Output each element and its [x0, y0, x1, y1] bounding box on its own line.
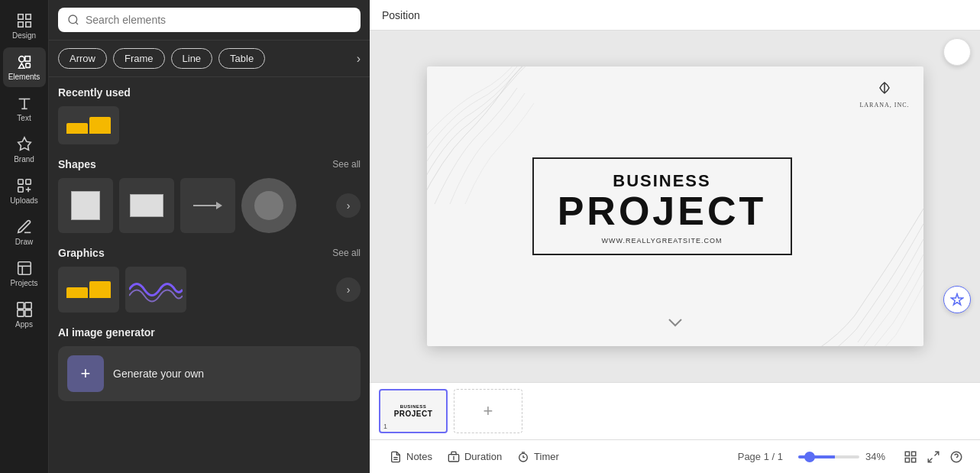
svg-rect-2 [18, 22, 22, 27]
notes-label: Notes [406, 451, 432, 462]
ai-generator-header: AI image generator [58, 326, 361, 339]
sidebar-item-design[interactable]: Design [3, 6, 46, 46]
purple-wave-graphic [129, 274, 183, 305]
tag-arrow[interactable]: Arrow [58, 48, 107, 69]
svg-rect-11 [18, 180, 22, 184]
arrow-shape [193, 202, 222, 209]
search-input[interactable] [86, 14, 351, 26]
svg-rect-19 [17, 303, 23, 309]
top-bar: Position [370, 0, 980, 31]
tag-line[interactable]: Line [171, 48, 213, 69]
zoom-slider[interactable] [798, 455, 859, 458]
canvas-slide: LARANA, INC. BUSINESS PROJECT WWW.REALLY… [427, 66, 923, 346]
notes-button[interactable]: Notes [382, 446, 440, 468]
ai-generator-button[interactable]: + Generate your own [58, 346, 361, 401]
timer-icon [517, 451, 529, 463]
sidebar-item-brand[interactable]: Brand [3, 130, 46, 170]
sidebar-item-apps[interactable]: Apps [3, 295, 46, 335]
shape-circle-item[interactable] [241, 178, 296, 233]
main-area: Position [370, 0, 980, 473]
duration-label: Duration [464, 451, 502, 462]
slide-brand-name: LARANA, INC. [859, 102, 909, 109]
bottom-toolbar: Notes Duration Timer Page 1 / 1 34% [370, 439, 980, 473]
graphics-scroll-right[interactable]: › [336, 277, 361, 302]
shape-square-item[interactable] [58, 178, 113, 233]
graphic-yellow-shape [66, 281, 111, 298]
graphic-item-2[interactable] [125, 267, 186, 313]
sidebar-item-uploads[interactable]: Uploads [3, 171, 46, 211]
ai-magic-button[interactable] [943, 286, 971, 313]
slide-wave-bottom-right [801, 209, 923, 346]
square-shape [71, 191, 100, 220]
sidebar-label-projects: Projects [10, 279, 37, 287]
shapes-scroll-right[interactable]: › [336, 193, 361, 218]
search-icon [67, 14, 79, 26]
draw-icon [16, 219, 33, 235]
svg-rect-3 [25, 22, 30, 27]
refresh-button[interactable] [943, 38, 971, 66]
sidebar-item-draw[interactable]: Draw [3, 212, 46, 252]
sidebar-label-brand: Brand [14, 155, 34, 164]
shapes-title: Shapes [58, 158, 96, 170]
timer-button[interactable]: Timer [509, 446, 567, 468]
svg-line-36 [935, 452, 939, 455]
grid-view-icon [904, 450, 917, 464]
svg-line-24 [76, 22, 78, 24]
help-icon [949, 450, 963, 464]
sidebar: Design Elements Text Brand Uploads Draw [0, 0, 49, 473]
panel-scrollable-content: Recently used Shapes See all [49, 77, 370, 473]
recently-used-row [58, 106, 361, 144]
text-icon [16, 95, 33, 112]
svg-rect-34 [905, 458, 909, 462]
recently-item-1[interactable] [58, 106, 119, 144]
notes-icon [390, 451, 402, 463]
brand-logo-icon [875, 80, 894, 99]
slide-thumbnail-1[interactable]: BUSINESS PROJECT 1 [379, 389, 448, 433]
tags-scroll-right[interactable]: › [357, 52, 361, 66]
sidebar-label-uploads: Uploads [10, 196, 38, 205]
sidebar-item-text[interactable]: Text [3, 89, 46, 128]
ai-plus-icon: + [67, 355, 104, 392]
refresh-icon [950, 45, 964, 59]
shape-arrow-item[interactable] [180, 178, 235, 233]
ai-generate-label: Generate your own [113, 368, 204, 380]
fullscreen-button[interactable] [922, 445, 945, 468]
grid-view-button[interactable] [899, 445, 922, 468]
yellow-bar-shape [66, 117, 111, 134]
thumb-content: BUSINESS PROJECT [394, 404, 433, 418]
sidebar-label-text: Text [17, 114, 31, 122]
sidebar-item-projects[interactable]: Projects [3, 254, 46, 293]
add-slide-button[interactable]: + [454, 389, 522, 433]
arrow-head [216, 202, 222, 209]
sidebar-label-design: Design [12, 31, 36, 40]
recently-used-title: Recently used [58, 86, 131, 99]
shapes-header: Shapes See all [58, 158, 361, 170]
bar1 [66, 123, 88, 134]
tag-frame[interactable]: Frame [113, 48, 165, 69]
svg-marker-6 [18, 63, 24, 68]
zoom-control: 34% [792, 451, 899, 462]
search-input-wrap [58, 8, 361, 32]
graphic-item-1[interactable] [58, 267, 119, 313]
sidebar-label-apps: Apps [15, 320, 33, 329]
scroll-down-hint [668, 316, 683, 330]
svg-rect-7 [25, 63, 30, 68]
arrow-body [193, 205, 216, 206]
elements-panel: Arrow Frame Line Table › Recently used S… [49, 0, 370, 473]
projects-icon [16, 260, 33, 277]
graphics-see-all-button[interactable]: See all [332, 248, 361, 258]
elements-icon [16, 53, 33, 70]
slide-project-text: PROJECT [557, 191, 768, 231]
shapes-see-all-button[interactable]: See all [332, 159, 361, 170]
uploads-icon [16, 177, 33, 194]
bar2 [89, 117, 111, 134]
duration-button[interactable]: Duration [440, 446, 509, 468]
chevron-down-icon [668, 318, 683, 327]
svg-point-4 [18, 57, 24, 62]
shape-rect-item[interactable] [119, 178, 174, 233]
slide-number: 1 [383, 423, 387, 430]
svg-rect-12 [25, 180, 30, 184]
help-button[interactable] [945, 445, 968, 468]
tag-table[interactable]: Table [218, 48, 265, 69]
sidebar-item-elements[interactable]: Elements [3, 47, 46, 87]
